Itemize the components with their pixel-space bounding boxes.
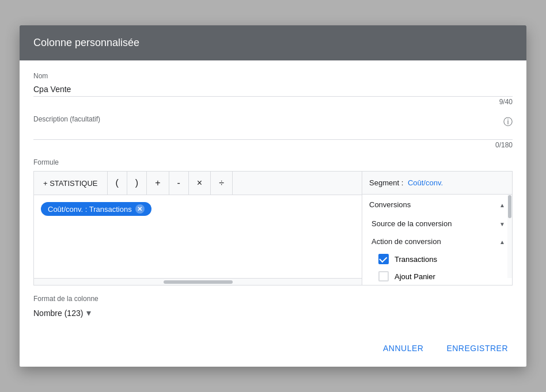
segment-link[interactable]: Coût/conv.: [408, 178, 443, 187]
formula-chip: Coût/conv. : Transactions ✕: [41, 202, 151, 216]
transactions-label: Transactions: [395, 255, 437, 264]
paren-open-button[interactable]: (: [108, 172, 127, 195]
divide-button[interactable]: ÷: [211, 172, 233, 195]
minus-button[interactable]: -: [169, 172, 189, 195]
action-conversion-label: Action de conversion: [371, 237, 441, 246]
plus-button[interactable]: +: [147, 172, 169, 195]
segment-item-ajout-panier[interactable]: Ajout Panier: [362, 268, 512, 285]
source-conversion-icon: [499, 219, 505, 228]
name-field-group: Nom 9/40: [33, 72, 513, 106]
statistique-button[interactable]: + STATISTIQUE: [34, 172, 108, 195]
help-icon[interactable]: ⓘ: [503, 116, 513, 128]
description-label: Description (facultatif): [33, 115, 513, 123]
description-field-wrapper: Description (facultatif) ⓘ: [33, 115, 513, 140]
dialog-title: Colonne personnalisée: [33, 37, 513, 49]
chip-label: Coût/conv. : Transactions: [48, 205, 132, 214]
dialog-header: Colonne personnalisée: [20, 25, 526, 60]
chip-close-button[interactable]: ✕: [135, 204, 145, 214]
checkbox-ajout-panier[interactable]: [378, 271, 389, 281]
formula-label: Formule: [33, 158, 513, 166]
vertical-scrollbar[interactable]: [507, 195, 512, 278]
cancel-button[interactable]: ANNULER: [374, 339, 433, 357]
conversions-label: Conversions: [369, 200, 411, 209]
segment-list: Conversions Source de la conversion Acti…: [362, 195, 512, 285]
source-conversion-header[interactable]: Source de la conversion: [362, 215, 512, 233]
action-conversion-header[interactable]: Action de conversion: [362, 233, 512, 250]
name-input[interactable]: [33, 82, 513, 97]
name-label: Nom: [33, 72, 513, 80]
description-input[interactable]: [33, 125, 513, 140]
multiply-button[interactable]: ×: [189, 172, 211, 195]
formula-container: + STATISTIQUE ( ) + - × ÷ Coût/conv. : T…: [33, 171, 513, 286]
conversions-header[interactable]: Conversions: [362, 195, 512, 215]
formula-group: Formule + STATISTIQUE ( ) + - × ÷: [33, 158, 513, 286]
formula-toolbar: + STATISTIQUE ( ) + - × ÷: [34, 172, 362, 195]
checkbox-transactions[interactable]: [378, 254, 389, 264]
scroll-thumb: [164, 280, 233, 284]
vertical-scroll-thumb: [508, 195, 511, 218]
ajout-panier-label: Ajout Panier: [395, 272, 435, 281]
dialog: Colonne personnalisée Nom 9/40 Descripti…: [20, 25, 526, 367]
dialog-footer: ANNULER ENREGISTRER: [20, 334, 526, 367]
conversions-collapse-icon: [499, 200, 505, 209]
format-value: Nombre (123): [33, 309, 83, 318]
format-label: Format de la colonne: [33, 295, 513, 303]
format-dropdown-button[interactable]: Nombre (123) ▾: [33, 305, 91, 321]
description-counter: 0/180: [33, 141, 513, 149]
name-counter: 9/40: [33, 98, 513, 106]
format-chevron-icon: ▾: [86, 307, 91, 318]
formula-left: + STATISTIQUE ( ) + - × ÷ Coût/conv. : T…: [34, 172, 362, 285]
description-field-group: Description (facultatif) ⓘ 0/180: [33, 115, 513, 149]
formula-right: Segment : Coût/conv. Conversions Source …: [362, 172, 512, 285]
format-section: Format de la colonne Nombre (123) ▾: [33, 295, 513, 321]
save-button[interactable]: ENREGISTRER: [437, 339, 517, 357]
segment-item-transactions[interactable]: Transactions: [362, 250, 512, 268]
source-conversion-label: Source de la conversion: [371, 219, 452, 228]
segment-label: Segment :: [369, 178, 403, 187]
formula-area: Coût/conv. : Transactions ✕: [34, 195, 362, 278]
paren-close-button[interactable]: ): [127, 172, 147, 195]
action-conversion-icon: [499, 237, 505, 246]
horizontal-scrollbar[interactable]: [34, 278, 362, 285]
dialog-body: Nom 9/40 Description (facultatif) ⓘ 0/18…: [20, 60, 526, 334]
segment-header: Segment : Coût/conv.: [362, 172, 512, 195]
